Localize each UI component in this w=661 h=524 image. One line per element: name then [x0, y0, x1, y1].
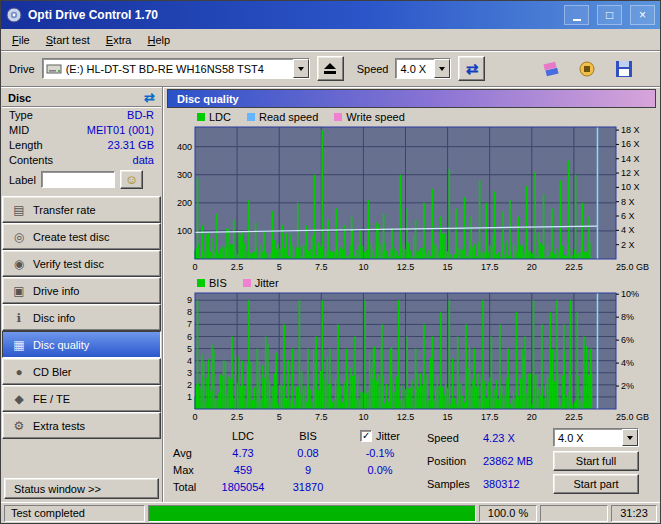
svg-text:0: 0	[192, 412, 197, 422]
svg-text:22.5: 22.5	[565, 412, 583, 422]
legend-swatch-icon	[197, 113, 205, 121]
progress-fill	[149, 506, 475, 521]
legend-item: Write speed	[334, 111, 405, 123]
jitter-checkbox-label: Jitter	[376, 430, 400, 442]
svg-text:18 X: 18 X	[621, 125, 640, 135]
sidebar-item-disc-info[interactable]: ℹ Disc info	[2, 304, 161, 331]
test-speed-select-value: 4.0 X	[554, 432, 622, 444]
drive-select-value: (E:) HL-DT-ST BD-RE WH16NS58 TST4	[62, 63, 293, 75]
sidebar-item-fe-te[interactable]: ◆ FE / TE	[2, 385, 161, 412]
maximize-button[interactable]: □	[597, 5, 622, 25]
menu-item[interactable]: Start test	[38, 31, 98, 49]
svg-text:17.5: 17.5	[481, 262, 499, 272]
svg-text:17.5: 17.5	[481, 412, 499, 422]
sidebar-item-label: Transfer rate	[33, 204, 96, 216]
sidebar-item-transfer-rate[interactable]: ▤ Transfer rate	[2, 196, 161, 223]
svg-text:12 X: 12 X	[621, 168, 640, 178]
refresh-speed-button[interactable]: ⇄	[458, 56, 485, 81]
disc-label-input[interactable]	[41, 171, 115, 188]
row-label: Total	[167, 481, 207, 493]
drive-select[interactable]: (E:) HL-DT-ST BD-RE WH16NS58 TST4	[42, 58, 310, 79]
eject-button[interactable]	[317, 56, 344, 81]
svg-text:12.5: 12.5	[397, 412, 415, 422]
svg-text:7: 7	[187, 319, 192, 329]
sidebar-item-create-test-disc[interactable]: ◎ Create test disc	[2, 223, 161, 250]
status-window-button[interactable]: Status window >>	[4, 478, 159, 499]
drive-select-arrow[interactable]	[293, 59, 309, 78]
svg-text:3: 3	[187, 368, 192, 378]
avg-ldc-value: 4.73	[207, 447, 279, 459]
svg-text:16 X: 16 X	[621, 139, 640, 149]
svg-text:5: 5	[277, 412, 282, 422]
legend-label: Read speed	[259, 111, 318, 123]
test-speed-select-arrow[interactable]	[622, 429, 638, 446]
create-test-disc-icon: ◎	[12, 231, 26, 243]
toolbar-right-group	[536, 56, 638, 82]
svg-text:6%: 6%	[621, 335, 634, 345]
max-bis-value: 9	[279, 464, 337, 476]
svg-text:25.0 GB: 25.0 GB	[616, 262, 649, 272]
status-text: Test completed	[11, 507, 85, 519]
disc-contents-value[interactable]: data	[133, 154, 154, 166]
eraser-icon	[540, 60, 560, 78]
sidebar-item-verify-test-disc[interactable]: ◉ Verify test disc	[2, 250, 161, 277]
svg-text:4: 4	[187, 356, 192, 366]
svg-text:15: 15	[443, 262, 453, 272]
sidebar-item-label: FE / TE	[33, 393, 70, 405]
start-full-button[interactable]: Start full	[553, 451, 639, 471]
start-part-button[interactable]: Start part	[553, 474, 639, 494]
speed-select[interactable]: 4.0 X	[395, 58, 451, 79]
svg-text:25.0 GB: 25.0 GB	[616, 412, 649, 422]
sidebar-item-cd-bler[interactable]: ● CD Bler	[2, 358, 161, 385]
max-jitter-value: 0.0%	[337, 464, 423, 476]
disc-quality-icon: ▦	[12, 339, 26, 351]
progress-percent-panel: 100.0 %	[479, 505, 537, 522]
speed-stat-label: Speed	[427, 432, 479, 444]
elapsed-time-panel: 31:23	[611, 505, 657, 522]
app-icon	[6, 7, 22, 23]
sidebar-item-disc-quality[interactable]: ▦ Disc quality	[2, 331, 161, 358]
svg-text:300: 300	[177, 170, 192, 180]
main-panel: Disc quality LDC Read speed Write speed …	[163, 87, 660, 502]
close-button[interactable]: ×	[630, 5, 655, 25]
menu-item[interactable]: Extra	[98, 31, 140, 49]
erase-disc-button[interactable]	[536, 56, 564, 82]
results-table: LDC BIS ✓ Jitter Avg 4.73 0.08 -0.1%	[167, 427, 423, 495]
row-label: Avg	[167, 447, 207, 459]
svg-text:5: 5	[187, 344, 192, 354]
page-title: Disc quality	[167, 89, 656, 108]
sidebar-item-drive-info[interactable]: ▣ Drive info	[2, 277, 161, 304]
bis-chart-legend: BIS Jitter	[167, 274, 656, 290]
verify-test-disc-icon: ◉	[12, 258, 26, 270]
status-window-label: Status window >>	[14, 483, 101, 495]
disc-label-edit-button[interactable]: ☺	[120, 170, 143, 189]
speed-select-arrow[interactable]	[434, 59, 450, 78]
max-ldc-value: 459	[207, 464, 279, 476]
minimize-button[interactable]	[564, 5, 589, 25]
svg-text:10 X: 10 X	[621, 182, 640, 192]
svg-text:200: 200	[177, 198, 192, 208]
svg-text:22.5: 22.5	[565, 262, 583, 272]
svg-text:10: 10	[358, 262, 368, 272]
hand-tool-button[interactable]	[573, 56, 601, 82]
menu-item[interactable]: File	[4, 31, 38, 49]
title-bar: Opti Drive Control 1.70 □ ×	[1, 1, 660, 29]
legend-swatch-icon	[243, 279, 251, 287]
col-header-bis: BIS	[279, 430, 337, 442]
table-row-max: Max 459 9 0.0%	[167, 461, 423, 478]
sidebar-item-extra-tests[interactable]: ⚙ Extra tests	[2, 412, 161, 439]
disc-refresh-button[interactable]: ⇄	[144, 91, 155, 104]
test-speed-select[interactable]: 4.0 X	[553, 428, 639, 447]
start-full-label: Start full	[576, 455, 616, 467]
legend-label: BIS	[209, 277, 227, 289]
samples-value: 380312	[483, 478, 549, 490]
sidebar-item-label: Drive info	[33, 285, 79, 297]
svg-text:15: 15	[443, 412, 453, 422]
menu-item[interactable]: Help	[139, 31, 178, 49]
chevron-down-icon	[439, 67, 445, 71]
maximize-icon: □	[606, 8, 613, 22]
disc-mid-row: MID MEIT01 (001)	[2, 122, 161, 137]
jitter-checkbox[interactable]: ✓	[360, 430, 372, 442]
samples-label: Samples	[427, 478, 479, 490]
save-button[interactable]	[610, 56, 638, 82]
